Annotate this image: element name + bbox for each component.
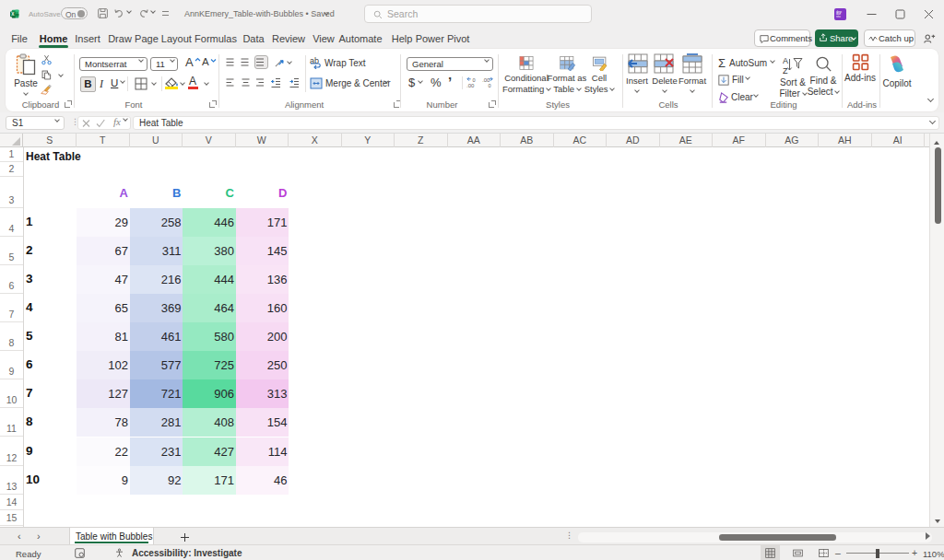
- svg-text:0: 0: [489, 83, 491, 88]
- svg-text:.00: .00: [482, 77, 490, 83]
- svg-text:.00: .00: [466, 83, 475, 88]
- svg-text:0: 0: [473, 77, 476, 83]
- svg-text:Z: Z: [783, 66, 788, 76]
- svg-text:A: A: [783, 56, 788, 65]
